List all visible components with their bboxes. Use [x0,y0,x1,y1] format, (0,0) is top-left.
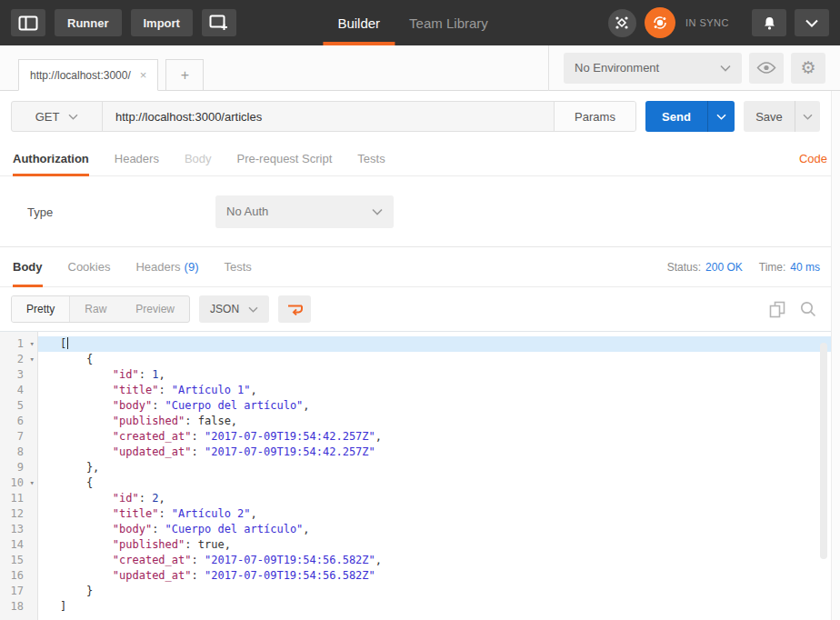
code-line[interactable]: "published": false, [38,414,840,429]
environment-preview-button[interactable] [749,53,784,84]
tab-tests[interactable]: Tests [357,142,385,175]
line-number[interactable]: 18 [0,599,37,615]
view-pretty-button[interactable]: Pretty [12,296,70,322]
code-line[interactable]: "updated_at": "2017-07-09T19:54:56.582Z" [38,568,840,584]
tab-headers-label: Headers [115,152,159,165]
send-options-button[interactable] [707,101,735,132]
view-raw-label: Raw [85,303,106,315]
code-line[interactable]: "updated_at": "2017-07-09T19:54:42.257Z" [38,445,840,460]
line-number[interactable]: 12 [0,506,37,522]
line-number[interactable]: 8 [0,445,37,460]
line-number[interactable]: 10▾ [0,475,37,491]
code-line[interactable]: } [38,584,840,599]
notifications-button[interactable] [752,9,786,36]
view-pretty-label: Pretty [26,303,55,315]
url-input[interactable] [103,102,554,131]
line-number[interactable]: 17 [0,584,37,599]
request-tab[interactable]: http://localhost:3000/ × [18,59,158,91]
code-line[interactable]: [ [38,336,840,352]
tab-team-library[interactable]: Team Library [395,0,503,45]
close-tab-icon[interactable]: × [140,68,147,82]
code-line[interactable]: "body": "Cuerpo del artículo", [38,522,840,537]
tab-response-body[interactable]: Body [13,247,43,286]
save-options-button[interactable] [795,101,820,132]
line-number[interactable]: 9 [0,460,37,475]
send-button[interactable]: Send [645,101,707,132]
copy-response-button[interactable] [769,301,785,318]
method-selector[interactable]: GET [12,102,103,131]
header-main-tabs: Builder Team Library [323,0,502,45]
auth-type-selector[interactable]: No Auth [215,195,394,228]
generate-code-link[interactable]: Code [799,142,827,175]
generate-code-label: Code [799,152,827,165]
save-button[interactable]: Save [744,101,795,132]
tab-builder-label: Builder [337,15,380,31]
code-line[interactable]: "created_at": "2017-07-09T19:54:56.582Z"… [38,553,840,568]
response-body-editor[interactable]: 1▾2▾345678910▾1112131415161718 [ { "id":… [0,331,840,620]
code-line[interactable]: { [38,352,840,367]
line-number[interactable]: 1▾ [0,336,37,352]
tab-prerequest-script[interactable]: Pre-request Script [237,142,333,175]
import-button[interactable]: Import [131,9,193,36]
line-number[interactable]: 11 [0,491,37,506]
line-number[interactable]: 14 [0,537,37,553]
tab-headers[interactable]: Headers [115,142,159,175]
header-menu-button[interactable] [795,9,829,36]
window-scrollbar[interactable] [831,91,840,620]
editor-scrollbar[interactable] [820,343,827,559]
request-section-tabs: Authorization Headers Body Pre-request S… [0,142,840,176]
tab-response-headers[interactable]: Headers (9) [135,247,198,286]
chevron-down-icon [805,19,818,27]
interceptor-button[interactable] [608,9,636,37]
request-tab-title: http://localhost:3000/ [30,69,131,82]
code-line[interactable]: "published": true, [38,537,840,553]
view-preview-button[interactable]: Preview [121,296,189,322]
new-tab-button[interactable]: + [165,59,204,91]
settings-button[interactable]: ⚙ [791,53,825,84]
wrap-text-button[interactable] [278,295,311,323]
line-number[interactable]: 6 [0,414,37,429]
tab-authorization[interactable]: Authorization [13,142,89,175]
time-value: 40 ms [790,261,820,274]
fold-arrow-icon[interactable]: ▾ [30,336,35,352]
chevron-down-icon [716,114,726,120]
code-line[interactable]: { [38,475,840,491]
line-number[interactable]: 2▾ [0,352,37,367]
code-line[interactable]: "id": 2, [38,491,840,506]
response-time: Time: 40 ms [759,261,820,274]
tab-builder[interactable]: Builder [323,0,395,45]
editor-code[interactable]: [ { "id": 1, "title": "Artículo 1", "bod… [38,332,840,620]
fold-arrow-icon[interactable]: ▾ [30,475,35,491]
line-number[interactable]: 4 [0,383,37,398]
line-number[interactable]: 15 [0,553,37,568]
new-instance-button[interactable] [202,9,236,36]
runner-button[interactable]: Runner [55,9,122,36]
language-value: JSON [210,303,239,315]
line-number[interactable]: 13 [0,522,37,537]
sync-icon [651,14,669,32]
line-number[interactable]: 16 [0,568,37,584]
code-line[interactable]: "title": "Artículo 2", [38,506,840,522]
tab-response-cookies[interactable]: Cookies [68,247,111,286]
language-selector[interactable]: JSON [199,295,269,323]
viewer-toolbar-right [769,301,829,318]
params-button[interactable]: Params [554,102,635,131]
code-line[interactable]: "body": "Cuerpo del artículo", [38,398,840,414]
tab-body-label: Body [185,152,212,165]
fold-arrow-icon[interactable]: ▾ [30,352,35,367]
code-line[interactable]: "title": "Artículo 1", [38,383,840,398]
code-line[interactable]: "created_at": "2017-07-09T19:54:42.257Z"… [38,429,840,445]
code-line[interactable]: ] [38,599,840,615]
code-line[interactable]: "id": 1, [38,367,840,383]
tab-response-tests[interactable]: Tests [225,247,252,286]
line-number[interactable]: 3 [0,367,37,383]
search-response-button[interactable] [800,301,816,317]
sync-status-button[interactable] [645,7,675,38]
line-number[interactable]: 5 [0,398,37,414]
code-line[interactable]: }, [38,460,840,475]
sidebar-toggle-button[interactable] [11,9,45,36]
view-raw-button[interactable]: Raw [70,296,121,322]
environment-selector[interactable]: No Environment [564,53,742,84]
line-number[interactable]: 7 [0,429,37,445]
tab-body[interactable]: Body [185,142,212,175]
